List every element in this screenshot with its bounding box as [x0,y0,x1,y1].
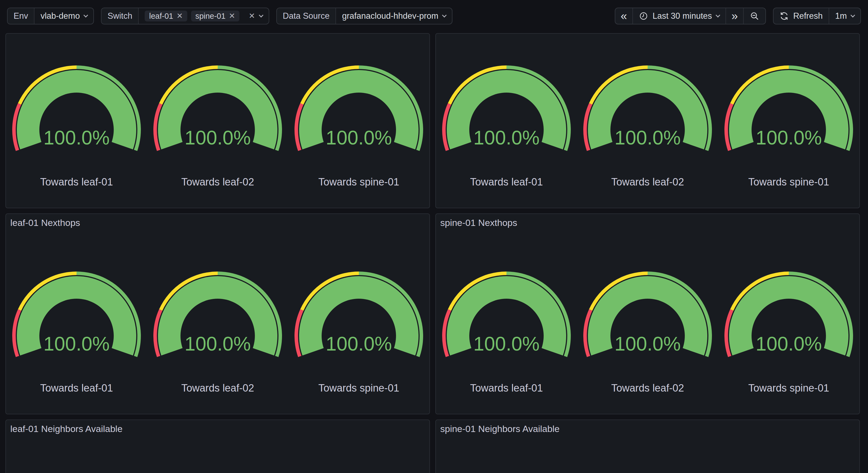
dashboard-grid: 100.0% Towards leaf-01 100.0% Towards le… [5,33,860,473]
gauge-arc: 100.0% [442,65,571,152]
gauge: 100.0% Towards spine-01 [288,65,429,188]
gauge: 100.0% Towards leaf-02 [147,271,288,394]
panel-leaf01-nexthops: leaf-01 Nexthops 100.0% Towards leaf-01 … [5,213,430,414]
gauge-label: Towards leaf-02 [181,176,254,188]
switch-variable: Switch leaf-01 ✕ spine-01 ✕ ✕ [101,8,269,24]
switch-label: Switch [101,8,138,24]
dashboard-toolbar: Env vlab-demo Switch leaf-01 ✕ spine-01 … [0,0,868,33]
switch-chip[interactable]: spine-01 ✕ [191,10,240,22]
refresh-button[interactable]: Refresh [774,8,829,24]
refresh-group: Refresh 1m [773,8,861,24]
gauge-arc: 100.0% [294,271,424,358]
panel-spine01-uplinks: 100.0% Towards leaf-01 100.0% Towards le… [435,33,860,208]
gauge-label: Towards spine-01 [748,382,829,394]
panel-title[interactable]: spine-01 Neighbors Available [436,420,564,437]
gauges-row: 100.0% Towards leaf-01 100.0% Towards le… [6,65,429,188]
chip-text: spine-01 [195,12,225,21]
refresh-label: Refresh [793,11,823,21]
gauge-value: 100.0% [615,333,681,355]
chip-text: leaf-01 [149,12,173,21]
panel-spine01-nexthops: spine-01 Nexthops 100.0% Towards leaf-01… [435,213,860,414]
panel-leaf01-uplinks: 100.0% Towards leaf-01 100.0% Towards le… [5,33,430,208]
panel-title[interactable]: leaf-01 Nexthops [6,214,85,231]
chevron-down-icon [259,13,263,18]
gauge-arc: 100.0% [724,65,854,152]
gauges-row: 100.0% Towards leaf-01 100.0% Towards le… [6,271,429,394]
gauge-value: 100.0% [473,127,539,149]
env-value: vlab-demo [40,11,80,21]
gauge: 100.0% Towards spine-01 [718,271,859,394]
gauge: 100.0% Towards leaf-01 [436,65,577,188]
gauge-label: Towards leaf-01 [40,176,113,188]
gauge-value: 100.0% [43,333,110,355]
panel-spine01-neighbors: spine-01 Neighbors Available [435,419,860,473]
gauge: 100.0% Towards spine-01 [288,271,429,394]
gauge-value: 100.0% [326,127,392,149]
clock-icon [639,11,648,21]
chevron-down-icon [442,13,447,18]
switch-chip[interactable]: leaf-01 ✕ [145,10,187,22]
time-range-label: Last 30 minutes [652,11,712,21]
gauge-arc: 100.0% [583,271,712,358]
gauge-label: Towards leaf-02 [611,176,684,188]
time-shift-forward-button[interactable]: » [725,8,743,24]
gauge: 100.0% Towards leaf-02 [577,271,718,394]
switch-select[interactable]: leaf-01 ✕ spine-01 ✕ ✕ [138,8,269,24]
gauge-label: Towards leaf-01 [470,176,543,188]
env-variable: Env vlab-demo [7,8,94,24]
time-zoom-out-button[interactable] [743,8,766,24]
gauge-arc: 100.0% [442,271,571,358]
variables-cluster: Env vlab-demo Switch leaf-01 ✕ spine-01 … [7,8,453,24]
time-cluster: « Last 30 minutes » [615,8,861,24]
panel-title[interactable]: leaf-01 Neighbors Available [6,420,127,437]
gauge-label: Towards leaf-01 [470,382,543,394]
gauge-arc: 100.0% [294,65,424,152]
gauge-arc: 100.0% [12,271,142,358]
gauge-arc: 100.0% [153,271,283,358]
panel-leaf01-neighbors: leaf-01 Neighbors Available [5,419,430,473]
remove-tag-icon[interactable]: ✕ [177,12,183,20]
gauge-arc: 100.0% [724,271,854,358]
zoom-out-icon [750,11,760,21]
gauge-label: Towards spine-01 [318,382,399,394]
gauges-row: 100.0% Towards leaf-01 100.0% Towards le… [436,65,859,188]
env-select[interactable]: vlab-demo [34,8,93,24]
gauge-arc: 100.0% [12,65,142,152]
datasource-select[interactable]: grafanacloud-hhdev-prom [336,8,452,24]
gauges-row: 100.0% Towards leaf-01 100.0% Towards le… [436,271,859,394]
gauge-value: 100.0% [43,127,110,149]
gauge: 100.0% Towards leaf-02 [577,65,718,188]
datasource-value: grafanacloud-hhdev-prom [342,11,438,21]
refresh-icon [779,11,789,21]
gauge-label: Towards leaf-01 [40,382,113,394]
datasource-variable: Data Source grafanacloud-hhdev-prom [276,8,453,24]
refresh-interval: 1m [835,11,847,21]
chevron-down-icon [716,13,720,18]
env-label: Env [8,8,34,24]
gauge-value: 100.0% [185,333,251,355]
gauge-arc: 100.0% [153,65,283,152]
gauge-label: Towards spine-01 [318,176,399,188]
gauge: 100.0% Towards spine-01 [718,65,859,188]
chevron-down-icon [84,13,88,18]
refresh-interval-select[interactable]: 1m [829,8,860,24]
gauge-value: 100.0% [615,127,681,149]
gauge-value: 100.0% [756,127,822,149]
gauge: 100.0% Towards leaf-02 [147,65,288,188]
switch-chips: leaf-01 ✕ spine-01 ✕ [145,10,239,22]
gauge-arc: 100.0% [583,65,712,152]
panel-title[interactable]: spine-01 Nexthops [436,214,522,231]
gauge-label: Towards leaf-02 [611,382,684,394]
gauge: 100.0% Towards leaf-01 [436,271,577,394]
gauge: 100.0% Towards leaf-01 [6,65,147,188]
gauge-value: 100.0% [326,333,392,355]
gauge: 100.0% Towards leaf-01 [6,271,147,394]
clear-all-icon[interactable]: ✕ [249,12,255,20]
datasource-label: Data Source [277,8,336,24]
time-picker-group: « Last 30 minutes » [615,8,766,24]
time-range-button[interactable]: Last 30 minutes [632,8,725,24]
remove-tag-icon[interactable]: ✕ [229,12,235,20]
gauge-value: 100.0% [473,333,539,355]
gauge-label: Towards leaf-02 [181,382,254,394]
time-shift-back-button[interactable]: « [615,8,632,24]
